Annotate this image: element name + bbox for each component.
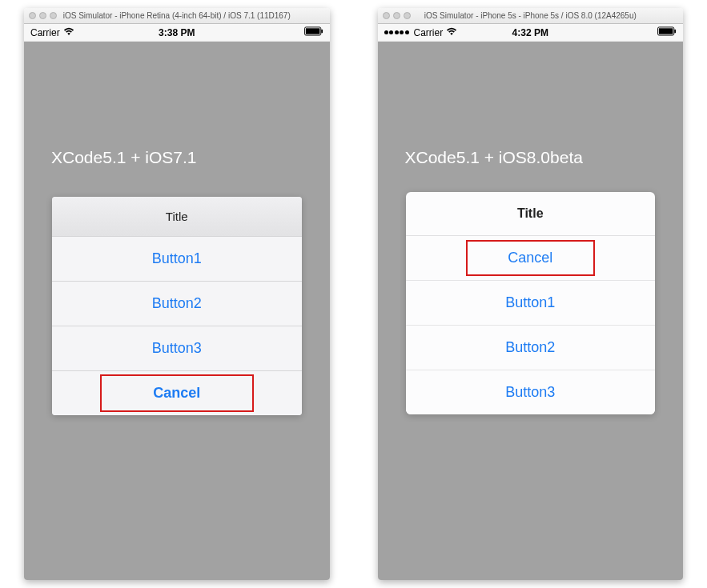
action-sheet: Title Cancel Button1 Button2 Button3 [406, 192, 656, 414]
time-label: 3:38 PM [159, 27, 195, 38]
window-title: iOS Simulator - iPhone Retina (4-inch 64… [63, 11, 291, 20]
battery-icon [657, 26, 677, 38]
sheet-title: Title [406, 192, 656, 236]
overlay-caption: XCode5.1 + iOS8.0beta [405, 148, 583, 167]
status-left: Carrier [30, 27, 74, 38]
sheet-button-3[interactable]: Button3 [406, 370, 656, 414]
cancel-label: Cancel [153, 385, 200, 401]
svg-rect-5 [674, 30, 676, 34]
svg-rect-4 [659, 28, 673, 34]
traffic-lights[interactable] [29, 12, 57, 19]
action-sheet: Title Button1 Button2 Button3 Cancel [52, 197, 302, 415]
overlay-caption: XCode5.1 + iOS7.1 [51, 148, 197, 167]
phone-screen: Carrier 3:38 PM XCode5.1 + iOS7.1 Title … [24, 24, 330, 580]
sheet-button-2[interactable]: Button2 [52, 282, 302, 326]
carrier-label: Carrier [414, 27, 444, 38]
traffic-lights[interactable] [383, 12, 411, 19]
status-bar: Carrier 4:32 PM [378, 24, 684, 42]
sheet-title: Title [52, 197, 302, 237]
minimize-window-button[interactable] [393, 12, 400, 19]
simulator-window-ios7: iOS Simulator - iPhone Retina (4-inch 64… [24, 8, 330, 580]
status-left: Carrier [384, 27, 458, 38]
simulator-window-ios8: iOS Simulator - iPhone 5s - iPhone 5s / … [378, 8, 684, 580]
sheet-cancel-button[interactable]: Cancel [406, 236, 656, 281]
close-window-button[interactable] [29, 12, 36, 19]
signal-strength-icon [384, 30, 409, 34]
sheet-cancel-button[interactable]: Cancel [52, 371, 302, 415]
phone-screen: Carrier 4:32 PM XCode5.1 + iOS8.0beta Ti… [378, 24, 684, 580]
minimize-window-button[interactable] [39, 12, 46, 19]
sheet-button-1[interactable]: Button1 [52, 237, 302, 282]
cancel-label: Cancel [508, 250, 552, 266]
window-title: iOS Simulator - iPhone 5s - iPhone 5s / … [424, 11, 637, 20]
window-titlebar[interactable]: iOS Simulator - iPhone Retina (4-inch 64… [24, 8, 330, 24]
svg-rect-1 [305, 28, 319, 34]
status-bar: Carrier 3:38 PM [24, 24, 330, 42]
battery-icon [304, 26, 323, 38]
status-right [304, 26, 323, 38]
window-titlebar[interactable]: iOS Simulator - iPhone 5s - iPhone 5s / … [378, 8, 684, 24]
zoom-window-button[interactable] [404, 12, 411, 19]
time-label: 4:32 PM [512, 27, 548, 38]
sheet-button-1[interactable]: Button1 [406, 281, 656, 326]
wifi-icon [63, 27, 74, 38]
wifi-icon [446, 27, 457, 38]
close-window-button[interactable] [383, 12, 390, 19]
carrier-label: Carrier [30, 27, 60, 38]
sheet-button-2[interactable]: Button2 [406, 326, 656, 370]
sheet-button-3[interactable]: Button3 [52, 326, 302, 371]
status-right [657, 26, 677, 38]
svg-rect-2 [321, 30, 323, 34]
zoom-window-button[interactable] [50, 12, 57, 19]
